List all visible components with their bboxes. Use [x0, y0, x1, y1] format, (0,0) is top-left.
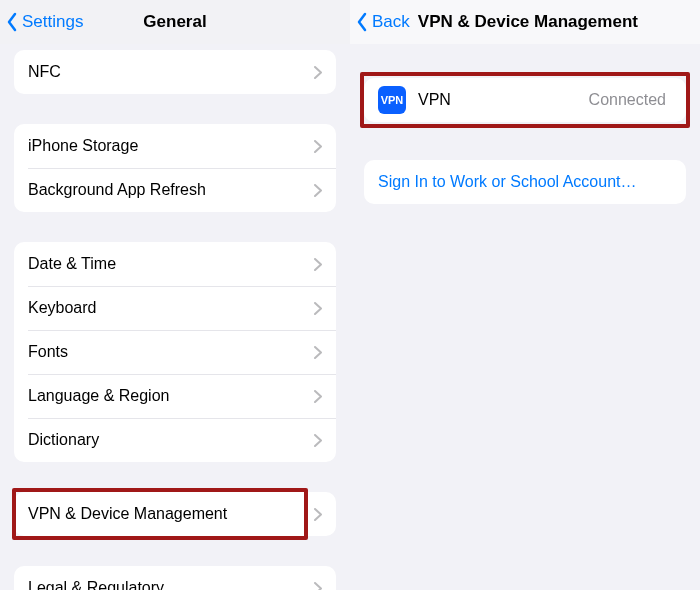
- chevron-right-icon: [314, 434, 322, 447]
- group-storage: iPhone Storage Background App Refresh: [14, 124, 336, 212]
- group-signin: Sign In to Work or School Account…: [364, 160, 686, 204]
- back-label: Back: [372, 12, 410, 32]
- chevron-right-icon: [314, 508, 322, 521]
- row-sign-in-work-school[interactable]: Sign In to Work or School Account…: [364, 160, 686, 204]
- nav-bar: Back VPN & Device Management: [350, 0, 700, 44]
- row-iphone-storage[interactable]: iPhone Storage: [14, 124, 336, 168]
- back-label: Settings: [22, 12, 83, 32]
- chevron-right-icon: [314, 66, 322, 79]
- row-legal-regulatory[interactable]: Legal & Regulatory: [14, 566, 336, 590]
- row-background-app-refresh[interactable]: Background App Refresh: [14, 168, 336, 212]
- group-nfc: NFC: [14, 50, 336, 94]
- nav-bar: Settings General: [0, 0, 350, 44]
- group-locale: Date & Time Keyboard Fonts Language & Re…: [14, 242, 336, 462]
- chevron-left-icon: [6, 12, 18, 32]
- vpn-icon: VPN: [378, 86, 406, 114]
- group-vpn-status-wrap: VPN VPN Connected: [364, 78, 686, 122]
- general-content: NFC iPhone Storage Background App Refres…: [0, 44, 350, 590]
- back-button-settings[interactable]: Settings: [0, 12, 83, 32]
- row-label: iPhone Storage: [28, 137, 314, 155]
- chevron-right-icon: [314, 582, 322, 591]
- vpn-content: VPN VPN Connected Sign In to Work or Sch…: [350, 44, 700, 590]
- settings-general-pane: Settings General NFC iPhone Storage Back…: [0, 0, 350, 590]
- group-legal: Legal & Regulatory: [14, 566, 336, 590]
- row-date-time[interactable]: Date & Time: [14, 242, 336, 286]
- row-label: Dictionary: [28, 431, 314, 449]
- row-language-region[interactable]: Language & Region: [14, 374, 336, 418]
- chevron-right-icon: [314, 390, 322, 403]
- row-dictionary[interactable]: Dictionary: [14, 418, 336, 462]
- row-vpn[interactable]: VPN VPN Connected: [364, 78, 686, 122]
- vpn-device-management-pane: Back VPN & Device Management VPN VPN Con…: [350, 0, 700, 590]
- row-label: Language & Region: [28, 387, 314, 405]
- row-label: VPN & Device Management: [28, 505, 314, 523]
- chevron-right-icon: [314, 346, 322, 359]
- chevron-right-icon: [314, 140, 322, 153]
- row-label: Background App Refresh: [28, 181, 314, 199]
- group-vpn-wrap: VPN & Device Management: [14, 492, 336, 536]
- page-title: VPN & Device Management: [418, 12, 638, 32]
- row-label: Fonts: [28, 343, 314, 361]
- row-fonts[interactable]: Fonts: [14, 330, 336, 374]
- group-vpn: VPN & Device Management: [14, 492, 336, 536]
- row-vpn-device-management[interactable]: VPN & Device Management: [14, 492, 336, 536]
- row-nfc[interactable]: NFC: [14, 50, 336, 94]
- row-label: Keyboard: [28, 299, 314, 317]
- chevron-right-icon: [314, 302, 322, 315]
- chevron-right-icon: [314, 184, 322, 197]
- chevron-right-icon: [314, 258, 322, 271]
- row-label: NFC: [28, 63, 314, 81]
- row-label: Legal & Regulatory: [28, 579, 314, 590]
- vpn-status: Connected: [589, 91, 666, 109]
- row-label: Date & Time: [28, 255, 314, 273]
- back-button[interactable]: Back: [350, 12, 410, 32]
- row-label: Sign In to Work or School Account…: [378, 173, 672, 191]
- row-label: VPN: [418, 91, 589, 109]
- row-keyboard[interactable]: Keyboard: [14, 286, 336, 330]
- group-vpn-status: VPN VPN Connected: [364, 78, 686, 122]
- chevron-left-icon: [356, 12, 368, 32]
